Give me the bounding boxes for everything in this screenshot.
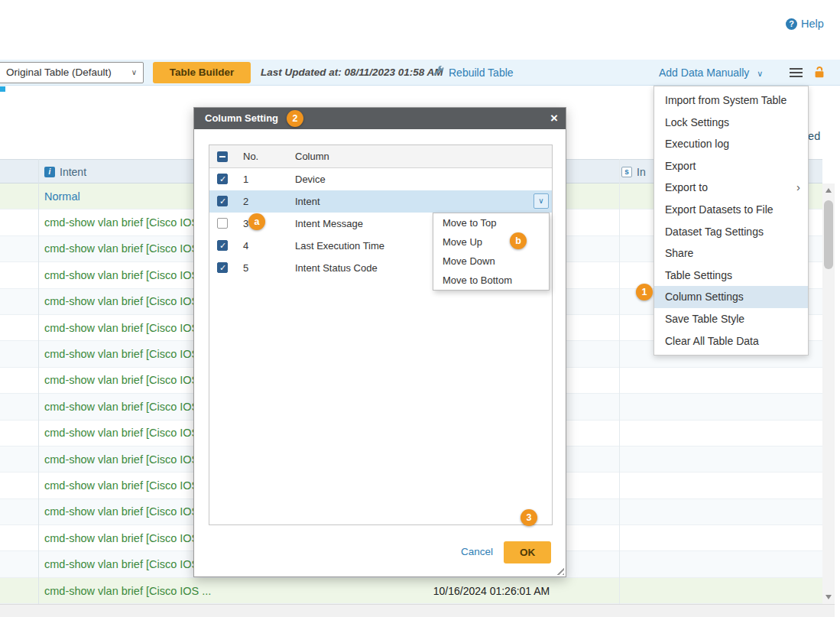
row-checkbox[interactable]	[217, 240, 228, 251]
menu-item[interactable]: Dataset Tag Settings	[654, 221, 808, 243]
app-window: ? Help Original Table (Default) ∨ Table …	[0, 0, 840, 617]
menu-item-label: Export to	[665, 181, 708, 193]
annotation-badge-3: 3	[521, 509, 537, 526]
menu-item[interactable]: Table Settings	[654, 265, 808, 287]
context-menu-item[interactable]: Move to Top	[433, 213, 549, 232]
intent-cell: cmd-show vlan brief [Cisco IOS ...	[44, 558, 211, 570]
rebuild-table-link[interactable]: Rebuild Table	[433, 60, 514, 86]
table-builder-button[interactable]: Table Builder	[153, 62, 251, 83]
table-row[interactable]: cmd-show vlan brief [Cisco IOS ... 10/16…	[0, 578, 822, 604]
row-checkbox[interactable]	[217, 196, 228, 206]
intent-cell: cmd-show vlan brief [Cisco IOS ...	[44, 401, 211, 413]
add-data-manually-menu: Import from System Table Lock Settings E…	[654, 86, 809, 356]
menu-item[interactable]: Clear All Table Data	[654, 330, 808, 352]
dialog-title: Column Setting	[205, 112, 278, 124]
menu-item-label: Execution log	[665, 138, 729, 150]
help-link[interactable]: ? Help	[786, 18, 824, 30]
menu-item-label: Import from System Table	[665, 94, 786, 106]
row-column-name: Intent	[295, 190, 320, 213]
ok-button[interactable]: OK	[504, 541, 551, 563]
row-number: 5	[243, 257, 248, 279]
menu-item-label: Column Settings	[665, 291, 744, 303]
menu-item[interactable]: Share	[654, 242, 808, 265]
row-checkbox[interactable]	[217, 262, 228, 273]
menu-item-label: Clear All Table Data	[665, 335, 759, 347]
intent-cell: cmd-show vlan brief [Cisco IOS ...	[44, 479, 211, 492]
intent-status-header-label: In	[637, 166, 646, 178]
column-divider	[38, 159, 39, 604]
row-number: 2	[243, 190, 248, 213]
chevron-down-icon: ∨	[757, 69, 763, 78]
intent-cell: cmd-show vlan brief [Cisco IOS ...	[44, 585, 211, 597]
dialog-titlebar[interactable]: Column Setting ×	[194, 108, 566, 129]
row-column-name: Device	[295, 168, 326, 190]
menu-item[interactable]: Save Table Style	[654, 308, 808, 330]
annotation-badge-1: 1	[636, 284, 653, 300]
context-menu-item-label: Move Down	[443, 255, 495, 267]
context-menu-item[interactable]: Move Up	[433, 232, 549, 252]
column-setting-dialog: Column Setting × No. Column 1 Device	[193, 107, 566, 577]
menu-item-label: Export	[665, 160, 696, 172]
row-checkbox[interactable]	[217, 174, 228, 184]
help-label: Help	[801, 18, 824, 30]
tab-indicator-fragment	[0, 86, 5, 92]
resize-grip[interactable]	[554, 565, 564, 575]
intent-cell: cmd-show vlan brief [Cisco IOS ...	[44, 242, 211, 255]
add-data-manually-link[interactable]: Add Data Manually ∨	[659, 60, 763, 86]
hamburger-menu-icon[interactable]	[790, 68, 803, 78]
vertical-scrollbar[interactable]	[822, 183, 835, 604]
menu-item[interactable]: Execution log	[654, 133, 808, 155]
close-icon[interactable]: ×	[550, 108, 558, 129]
menu-item-label: Export Datasets to File	[665, 203, 774, 216]
row-dropdown-button[interactable]	[534, 193, 549, 209]
menu-item[interactable]: Column Settings	[654, 286, 808, 308]
intent-cell: cmd-show vlan brief [Cisco IOS ...	[44, 322, 211, 334]
intent-cell: cmd-show vlan brief [Cisco IOS ...	[44, 532, 211, 544]
unlock-icon[interactable]	[812, 66, 826, 80]
row-column-name: Intent Message	[295, 213, 363, 235]
annotation-badge-b: b	[510, 232, 527, 249]
menu-item-label: Dataset Tag Settings	[665, 226, 764, 238]
menu-item[interactable]: Export Datasets to File	[654, 199, 808, 221]
scroll-down-arrow[interactable]	[825, 595, 832, 599]
column-setting-row[interactable]: 1 Device	[209, 168, 552, 190]
select-all-checkbox[interactable]	[217, 151, 228, 162]
column-divider	[619, 159, 620, 604]
row-number: 3	[243, 213, 248, 235]
intent-cell: Normal	[44, 190, 80, 203]
scrollbar-thumb[interactable]	[824, 200, 833, 269]
horizontal-scrollbar[interactable]	[0, 604, 835, 617]
row-checkbox[interactable]	[217, 218, 228, 229]
intent-cell: cmd-show vlan brief [Cisco IOS ...	[44, 453, 211, 466]
table-selector-dropdown[interactable]: Original Table (Default) ∨	[0, 62, 144, 83]
submenu-arrow-icon: ›	[796, 177, 800, 199]
status-code-icon: s	[621, 167, 632, 177]
intent-cell: cmd-show vlan brief [Cisco IOS ...	[44, 348, 211, 360]
intent-cell: cmd-show vlan brief [Cisco IOS ...	[44, 295, 211, 307]
intent-cell: cmd-show vlan brief [Cisco IOS ...	[44, 505, 211, 518]
intent-cell: cmd-show vlan brief [Cisco IOS ...	[44, 216, 211, 229]
table-selector-value: Original Table (Default)	[6, 67, 112, 78]
intent-status-column-header[interactable]: s In	[621, 160, 646, 184]
help-icon: ?	[786, 18, 797, 30]
no-column-header: No.	[243, 145, 258, 168]
cancel-button[interactable]: Cancel	[461, 546, 493, 557]
intent-column-header-label: Intent	[60, 166, 86, 178]
annotation-badge-a: a	[248, 213, 265, 230]
intent-column-header[interactable]: i Intent	[44, 160, 86, 184]
menu-item[interactable]: Export to ›	[654, 177, 808, 199]
column-setting-table: No. Column 1 Device 2 Intent	[209, 145, 553, 525]
menu-item-label: Save Table Style	[665, 313, 744, 325]
last-updated-text: Last Updated at: 08/11/2023 01:58 AM	[261, 60, 443, 86]
context-menu-item[interactable]: Move Down	[433, 252, 549, 271]
column-setting-table-header: No. Column	[209, 145, 552, 168]
column-setting-row[interactable]: 2 Intent	[209, 190, 552, 213]
context-menu-item[interactable]: Move to Bottom	[433, 271, 549, 290]
table-toolbar: Original Table (Default) ∨ Table Builder…	[0, 60, 840, 86]
add-data-manually-label: Add Data Manually	[659, 67, 749, 79]
menu-item[interactable]: Lock Settings	[654, 112, 808, 134]
menu-item[interactable]: Export	[654, 155, 808, 177]
menu-item[interactable]: Import from System Table	[654, 89, 808, 112]
scroll-up-arrow[interactable]	[825, 188, 832, 193]
context-menu-item-label: Move Up	[443, 236, 482, 248]
